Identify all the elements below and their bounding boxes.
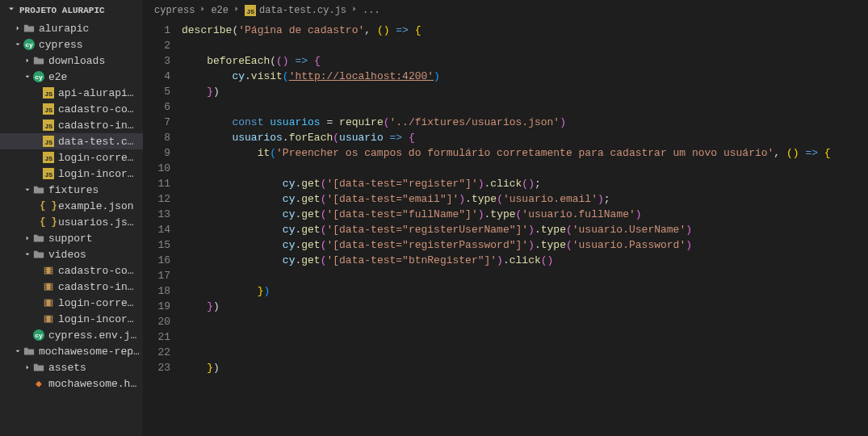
cypress-folder-icon: cy (32, 70, 45, 83)
tree-item-login-correto-cy-js----[interactable]: login-correto.cy.js.... (0, 295, 143, 311)
folder-icon (32, 232, 45, 245)
tree-item-downloads[interactable]: downloads (0, 52, 143, 69)
file-label: downloads (48, 55, 105, 67)
folder-icon (32, 54, 45, 67)
tree-item-assets[interactable]: assets (0, 359, 143, 375)
tree-item-usuarios-json[interactable]: { }usuarios.json (0, 214, 143, 230)
js-file-icon: JS (42, 86, 55, 99)
folder-icon (32, 248, 45, 261)
chevron-down-icon (23, 185, 32, 195)
folder-icon (23, 345, 36, 358)
json-file-icon: { } (42, 216, 55, 228)
line-numbers: 1234567891011121314151617181920212223 (143, 21, 182, 436)
video-file-icon (42, 280, 55, 293)
file-label: alurapic (39, 23, 89, 35)
file-label: support (48, 233, 93, 245)
breadcrumb-item[interactable]: data-test.cy.js (259, 5, 346, 16)
tree-item-cadastro-correto-s---[interactable]: JScadastro-correto.s... (0, 101, 143, 117)
tree-item-alurapic[interactable]: alurapic (0, 20, 143, 36)
tree-item-fixtures[interactable]: fixtures (0, 182, 143, 198)
chevron-down-icon (23, 72, 32, 82)
file-label: cadastro-correto.s... (58, 103, 140, 115)
chevron-down-icon (13, 346, 23, 356)
code-content[interactable]: describe('Página de cadastro', () => { b… (182, 21, 868, 436)
cypress-folder-icon: cy (23, 38, 36, 51)
file-label: data-test.cy.js (58, 136, 140, 148)
file-label: mochawesome.html (48, 378, 140, 390)
file-label: videos (48, 249, 86, 261)
chevron-down-icon (13, 40, 23, 49)
breadcrumb-item[interactable]: cypress (154, 5, 195, 16)
folder-icon (23, 22, 36, 35)
file-label: cypress.env.json (48, 329, 140, 342)
chevron-right-icon (350, 4, 359, 17)
js-file-icon: JS (42, 167, 55, 180)
tree-item-example-json[interactable]: { }example.json (0, 198, 143, 214)
tree-item-login-incorreto-cy-j---[interactable]: login-incorreto.cy.j... (0, 311, 143, 327)
video-file-icon (42, 296, 55, 309)
tree-item-support[interactable]: support (0, 230, 143, 246)
video-file-icon (42, 264, 55, 277)
tree-item-login-incorreto-cy-js[interactable]: JSlogin-incorreto.cy.js (0, 166, 143, 182)
file-label: cypress (39, 39, 83, 51)
tree-item-cypress[interactable]: cycypress (0, 36, 143, 52)
breadcrumb-item[interactable]: ... (363, 5, 380, 16)
chevron-right-icon (23, 56, 32, 65)
json-file-icon: { } (42, 199, 55, 212)
breadcrumb[interactable]: cypress e2e JS data-test.cy.js ... (143, 0, 868, 21)
tree-item-cadastro-incorreto----[interactable]: cadastro-incorreto.... (0, 279, 143, 295)
tree-item-data-test-cy-js[interactable]: JSdata-test.cy.js (0, 133, 143, 149)
js-file-icon: JS (42, 119, 55, 132)
tree-item-mochawesome-html[interactable]: ◆mochawesome.html (0, 375, 143, 392)
tree-item-cypress-env-json[interactable]: cycypress.env.json (0, 327, 143, 343)
tree-item-e2e[interactable]: cye2e (0, 69, 143, 85)
breadcrumb-item[interactable]: e2e (211, 5, 229, 16)
tree-item-mochawesome-report[interactable]: mochawesome-report (0, 343, 143, 359)
project-title: PROJETO ALURAPIC (19, 6, 105, 15)
js-file-icon: JS (42, 151, 55, 164)
file-label: login-correto.cy.js (58, 152, 140, 164)
tree-item-cadastro-incorreto----[interactable]: JScadastro-incorreto.... (0, 117, 143, 133)
file-label: mochawesome-report (39, 346, 140, 358)
editor-area: cypress e2e JS data-test.cy.js ... 12345… (143, 0, 868, 436)
html-file-icon: ◆ (32, 377, 45, 390)
video-file-icon (42, 312, 55, 325)
file-explorer: PROJETO ALURAPIC alurapiccycypressdownlo… (0, 0, 143, 436)
chevron-down-icon (6, 4, 16, 16)
file-label: login-correto.cy.js.... (58, 297, 140, 309)
file-label: assets (48, 362, 86, 374)
file-label: usuarios.json (58, 216, 140, 228)
js-file-icon: JS (42, 135, 55, 148)
explorer-header[interactable]: PROJETO ALURAPIC (0, 0, 143, 20)
cypress-file-icon: cy (32, 329, 45, 342)
file-label: cadastro-correto.s... (58, 265, 140, 277)
file-label: api-alurapic.cy.js (58, 87, 140, 99)
file-label: login-incorreto.cy.js (58, 168, 140, 180)
file-label: e2e (48, 71, 67, 83)
tree-item-videos[interactable]: videos (0, 246, 143, 262)
chevron-down-icon (23, 249, 32, 259)
folder-icon (32, 361, 45, 374)
chevron-right-icon (232, 4, 241, 17)
file-tree: alurapiccycypressdownloadscye2eJSapi-alu… (0, 20, 143, 392)
chevron-right-icon (23, 363, 32, 372)
js-file-icon: JS (245, 5, 256, 16)
chevron-right-icon (23, 233, 32, 243)
file-label: cadastro-incorreto.... (58, 281, 140, 293)
code-editor[interactable]: 1234567891011121314151617181920212223 de… (143, 21, 868, 436)
tree-item-login-correto-cy-js[interactable]: JSlogin-correto.cy.js (0, 149, 143, 166)
file-label: cadastro-incorreto.... (58, 119, 140, 132)
file-label: fixtures (48, 184, 99, 196)
file-label: login-incorreto.cy.j... (58, 313, 140, 325)
tree-item-cadastro-correto-s---[interactable]: cadastro-correto.s... (0, 262, 143, 279)
file-label: example.json (58, 200, 134, 212)
chevron-right-icon (13, 23, 23, 33)
tree-item-api-alurapic-cy-js[interactable]: JSapi-alurapic.cy.js (0, 85, 143, 101)
chevron-right-icon (198, 4, 208, 17)
js-file-icon: JS (42, 103, 55, 115)
folder-icon (32, 183, 45, 196)
